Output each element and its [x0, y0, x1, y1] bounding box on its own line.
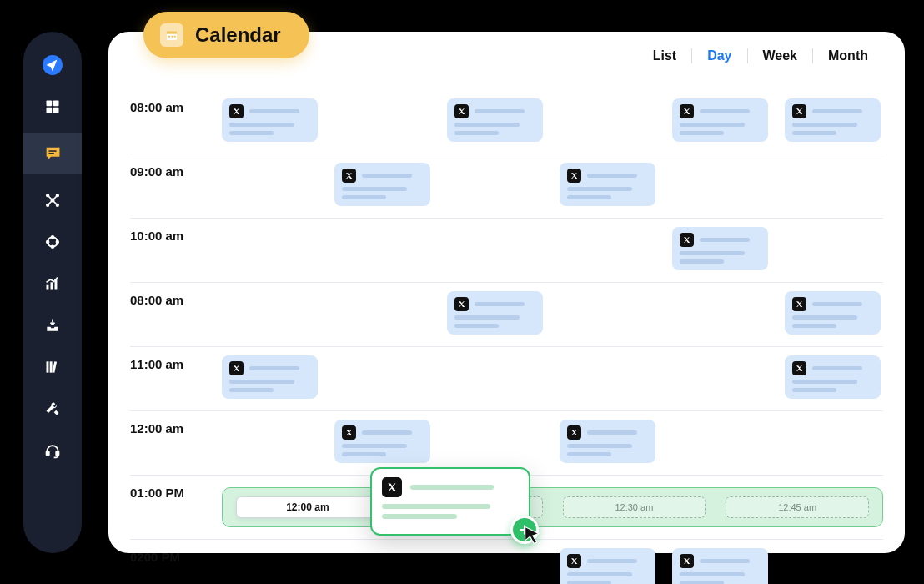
event-card[interactable] [785, 98, 881, 142]
placeholder-line [587, 430, 637, 435]
sidebar-nav [23, 32, 82, 553]
x-platform-icon [342, 425, 356, 440]
event-card[interactable] [672, 548, 768, 584]
x-platform-icon [229, 361, 244, 375]
time-label: 09:00 am [130, 163, 222, 179]
event-card[interactable] [222, 355, 318, 399]
svg-rect-18 [47, 285, 49, 290]
target-icon[interactable] [38, 227, 68, 257]
placeholder-line [680, 251, 745, 255]
svg-point-17 [57, 241, 59, 244]
placeholder-line [792, 123, 857, 127]
view-tab-list[interactable]: List [638, 48, 691, 63]
svg-rect-28 [168, 36, 170, 38]
time-row: 0200 PM [130, 540, 883, 584]
placeholder-line [792, 380, 857, 384]
time-row: 11:00 am [130, 347, 883, 411]
events-area[interactable] [222, 227, 883, 274]
navigation-icon[interactable] [38, 50, 68, 80]
placeholder-line [700, 109, 750, 113]
view-tab-month[interactable]: Month [813, 48, 883, 63]
calendar-icon [160, 23, 183, 47]
message-icon[interactable] [23, 133, 82, 174]
event-card[interactable] [560, 420, 655, 463]
svg-rect-4 [53, 108, 59, 113]
placeholder-line [454, 123, 520, 127]
svg-point-16 [47, 241, 49, 244]
event-card[interactable] [222, 98, 318, 142]
placeholder-line [229, 123, 294, 127]
placeholder-line [229, 131, 274, 135]
event-card[interactable] [447, 98, 543, 142]
view-tab-week[interactable]: Week [748, 48, 813, 63]
svg-rect-22 [50, 361, 53, 372]
library-icon[interactable] [38, 352, 68, 382]
event-card[interactable] [672, 98, 768, 142]
time-slot[interactable]: 12:30 am [563, 496, 706, 518]
placeholder-line [792, 131, 836, 135]
event-card[interactable] [560, 163, 655, 206]
placeholder-line [475, 302, 525, 306]
time-row: 12:00 am [130, 411, 883, 476]
time-label: 12:00 am [130, 420, 222, 435]
placeholder-line [342, 195, 386, 199]
placeholder-line [567, 187, 632, 191]
placeholder-line [680, 572, 745, 576]
events-area[interactable] [222, 355, 883, 402]
svg-rect-2 [53, 101, 59, 107]
network-icon[interactable] [38, 185, 68, 215]
compose-event-card[interactable] [370, 467, 530, 536]
x-platform-icon [680, 233, 694, 247]
x-platform-icon [792, 297, 806, 311]
drop-zone[interactable]: 12:00 am12:15 am12:30 am12:45 am [222, 487, 883, 527]
placeholder-line [475, 109, 525, 113]
time-row: 08:00 am [130, 90, 883, 154]
placeholder-line [249, 366, 299, 370]
placeholder-line [700, 559, 750, 563]
x-platform-icon [680, 554, 694, 568]
svg-rect-25 [56, 451, 58, 456]
placeholder-line [567, 581, 611, 584]
svg-rect-30 [174, 36, 176, 38]
time-label: 11:00 am [130, 355, 222, 371]
x-platform-icon [792, 361, 806, 375]
event-card[interactable] [560, 548, 655, 584]
svg-rect-19 [51, 282, 53, 289]
svg-rect-1 [47, 101, 53, 107]
placeholder-line [587, 559, 637, 563]
events-area[interactable] [222, 548, 883, 584]
headset-icon[interactable] [38, 435, 68, 466]
placeholder-line [454, 324, 499, 328]
x-platform-icon [454, 104, 469, 118]
time-row: 10:00 am [130, 219, 883, 283]
analytics-icon[interactable] [38, 269, 68, 299]
view-tab-day[interactable]: Day [692, 48, 746, 63]
svg-rect-27 [167, 31, 177, 33]
x-platform-icon [792, 104, 806, 118]
time-slot[interactable]: 12:45 am [726, 496, 869, 518]
inbox-download-icon[interactable] [38, 310, 68, 340]
dashboard-icon[interactable] [38, 92, 68, 122]
tools-icon[interactable] [38, 394, 68, 424]
placeholder-line [587, 174, 637, 178]
events-area[interactable] [222, 291, 883, 338]
events-area[interactable] [222, 98, 883, 145]
events-area[interactable] [222, 420, 883, 466]
x-platform-icon [567, 554, 581, 568]
event-card[interactable] [672, 227, 768, 270]
x-platform-icon [229, 104, 244, 118]
event-card[interactable] [334, 420, 430, 463]
events-area[interactable] [222, 163, 883, 209]
event-card[interactable] [785, 291, 881, 335]
placeholder-line [362, 430, 412, 435]
event-card[interactable] [785, 355, 881, 399]
time-slot[interactable]: 12:00 am [236, 496, 379, 518]
placeholder-line [567, 444, 632, 448]
placeholder-line [342, 444, 407, 448]
event-card[interactable] [447, 291, 543, 335]
time-label: 10:00 am [130, 227, 222, 243]
placeholder-line [454, 131, 499, 135]
placeholder-line [249, 109, 299, 113]
events-area[interactable]: 12:00 am12:15 am12:30 am12:45 am [222, 484, 883, 531]
event-card[interactable] [334, 163, 430, 206]
